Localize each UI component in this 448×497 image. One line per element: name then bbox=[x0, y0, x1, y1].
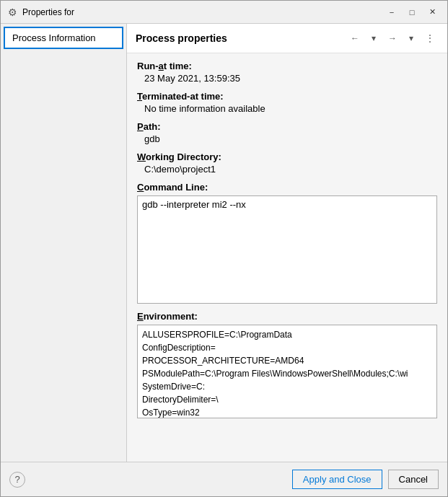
help-button[interactable]: ? bbox=[9, 472, 25, 488]
env-line: SystemDrive=C: bbox=[142, 380, 432, 393]
sidebar-item-process-information[interactable]: Process Information bbox=[4, 27, 123, 49]
properties-window: ⚙ Properties for − □ ✕ Process Informati… bbox=[0, 0, 448, 497]
working-directory-value: C:\demo\project1 bbox=[137, 164, 437, 175]
window-title: Properties for bbox=[22, 7, 382, 17]
env-line: OsType=win32 bbox=[142, 406, 432, 418]
window-icon: ⚙ bbox=[6, 6, 18, 18]
command-line-textarea[interactable]: gdb --interpreter mi2 --nx bbox=[137, 195, 437, 304]
back-dropdown-button[interactable]: ▾ bbox=[365, 30, 382, 47]
env-line: ALLUSERSPROFILE=C:\ProgramData bbox=[142, 328, 432, 341]
maximize-button[interactable]: □ bbox=[403, 5, 421, 19]
env-line: DirectoryDelimiter=\ bbox=[142, 393, 432, 406]
run-at-time-value: 23 May 2021, 13:59:35 bbox=[137, 73, 437, 84]
close-button[interactable]: ✕ bbox=[423, 5, 442, 19]
back-button[interactable]: ← bbox=[346, 30, 364, 47]
footer-left: ? bbox=[9, 472, 25, 488]
path-group: Path: gdb bbox=[137, 121, 437, 144]
run-at-time-group: Run-at time: 23 May 2021, 13:59:35 bbox=[137, 61, 437, 84]
panel-toolbar: ← ▾ → ▾ ⋮ bbox=[346, 30, 439, 47]
forward-dropdown-button[interactable]: ▾ bbox=[403, 30, 420, 47]
title-bar-controls: − □ ✕ bbox=[382, 5, 442, 19]
terminated-at-time-value: No time information available bbox=[137, 103, 437, 114]
menu-button[interactable]: ⋮ bbox=[421, 30, 439, 47]
environment-box[interactable]: ALLUSERSPROFILE=C:\ProgramDataConfigDesc… bbox=[137, 325, 437, 418]
run-at-time-label: Run-at time: bbox=[137, 61, 437, 71]
forward-button[interactable]: → bbox=[384, 30, 401, 47]
working-directory-label: Working Directory: bbox=[137, 151, 437, 162]
panel-header: Process properties ← ▾ → ▾ ⋮ bbox=[127, 24, 447, 53]
cancel-button[interactable]: Cancel bbox=[388, 470, 439, 489]
environment-group: Environment: ALLUSERSPROFILE=C:\ProgramD… bbox=[137, 311, 437, 418]
footer: ? Apply and Close Cancel bbox=[1, 462, 447, 496]
env-line: ConfigDescription= bbox=[142, 341, 432, 354]
env-line: PSModulePath=C:\Program Files\WindowsPow… bbox=[142, 367, 432, 380]
terminated-at-time-label: Terminated-at time: bbox=[137, 91, 437, 102]
environment-label: Environment: bbox=[137, 311, 437, 322]
footer-right: Apply and Close Cancel bbox=[292, 470, 439, 489]
minimize-button[interactable]: − bbox=[382, 5, 401, 19]
command-line-group: Command Line: gdb --interpreter mi2 --nx bbox=[137, 182, 437, 304]
content-area: Process Information Process properties ←… bbox=[1, 24, 447, 462]
terminated-at-time-group: Terminated-at time: No time information … bbox=[137, 91, 437, 114]
apply-close-button[interactable]: Apply and Close bbox=[292, 470, 382, 489]
path-label: Path: bbox=[137, 121, 437, 132]
env-line: PROCESSOR_ARCHITECTURE=AMD64 bbox=[142, 354, 432, 367]
title-bar: ⚙ Properties for − □ ✕ bbox=[1, 1, 447, 24]
main-panel: Process properties ← ▾ → ▾ ⋮ Run-at time… bbox=[127, 24, 447, 462]
command-line-label: Command Line: bbox=[137, 182, 437, 193]
sidebar: Process Information bbox=[1, 24, 127, 462]
panel-content: Run-at time: 23 May 2021, 13:59:35 Termi… bbox=[127, 53, 447, 462]
working-directory-group: Working Directory: C:\demo\project1 bbox=[137, 151, 437, 175]
panel-title: Process properties bbox=[136, 32, 346, 44]
path-value: gdb bbox=[137, 133, 437, 144]
